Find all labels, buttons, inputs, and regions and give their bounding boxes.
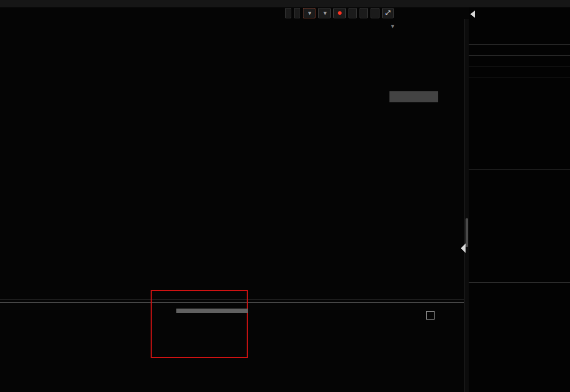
red-rectangle-annotation [151,290,248,358]
classic-button[interactable] [360,8,368,18]
weibi-row [469,56,570,66]
dividend-tooltip [176,309,248,313]
back-arrow-icon[interactable] [470,10,475,18]
scrollbar-thumb[interactable] [466,218,468,247]
zoom-in-button[interactable] [285,8,291,18]
level2-promo-link[interactable] [469,67,570,78]
close-indicator-icon[interactable] [426,311,435,320]
quote-panel [469,7,570,392]
chevron-down-icon: ▼ [323,11,326,16]
red-dot-badge: ● [337,10,342,15]
top-menu-bar [0,0,570,7]
draw-line-button[interactable] [349,8,357,18]
zoom-out-button[interactable] [294,8,300,18]
fuquan-button[interactable]: ▼ [303,8,315,18]
chevron-down-icon: ▼ [308,11,311,16]
gap-annotation [389,91,438,102]
trade-status-row [469,45,570,55]
collapse-panel-arrow[interactable] [461,243,466,253]
hide-button[interactable] [371,8,379,18]
candlestick-chart[interactable] [0,21,436,301]
fullscreen-icon[interactable]: ⤢ [382,8,394,18]
chouma-button[interactable]: ● [333,8,346,18]
overlay-button[interactable]: ▼ [318,8,331,18]
chart-area[interactable]: ▼ [0,19,465,392]
